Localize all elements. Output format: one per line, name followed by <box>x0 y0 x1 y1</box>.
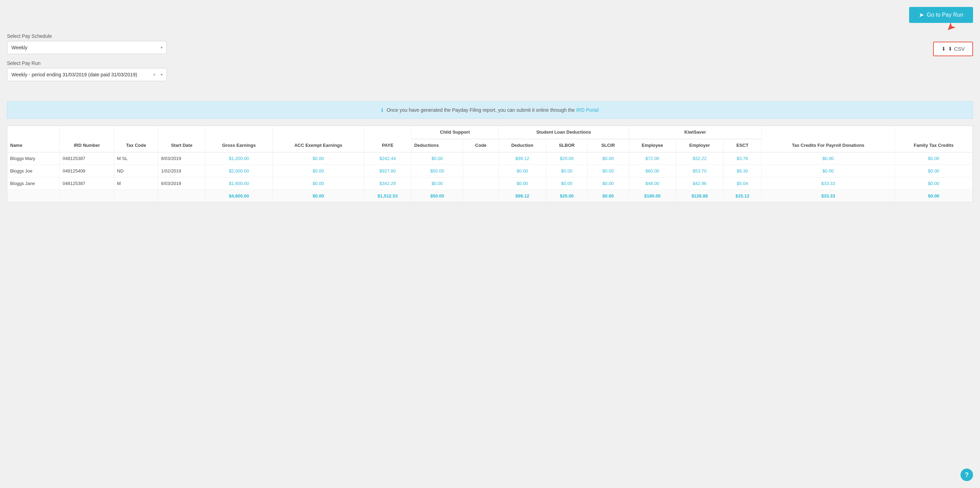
info-banner-text: Once you have generated the Payday Filin… <box>387 107 575 113</box>
totals-ks-emp: $180.00 <box>628 190 676 202</box>
cell-sl-ded-1: $0.00 <box>499 165 546 177</box>
cell-slbor-0: $20.00 <box>546 152 587 165</box>
cell-tc-0: $0.00 <box>762 152 895 165</box>
cell-gross-0: $1,200.00 <box>205 152 272 165</box>
help-button[interactable]: ? <box>961 469 973 481</box>
cell-ird-0: 048125387 <box>60 152 115 165</box>
col-ird-header: IRD Number <box>60 126 115 152</box>
cell-tax-1: ND <box>114 165 158 177</box>
cell-ks-emp-1: $60.00 <box>628 165 676 177</box>
cell-cs-ded-1: $50.00 <box>411 165 463 177</box>
table-row: Bloggs Joe 048125409 ND 1/02/2019 $2,000… <box>7 165 973 177</box>
totals-ird <box>60 190 115 202</box>
info-banner: ℹ Once you have generated the Payday Fil… <box>7 101 973 119</box>
cell-cs-code-2 <box>463 177 499 190</box>
table-row: Bloggs Mary 048125387 M SL 8/03/2019 $1,… <box>7 152 973 165</box>
cell-name-0: Bloggs Mary <box>7 152 60 165</box>
cell-esct-1: $6.30 <box>723 165 761 177</box>
cell-cs-code-1 <box>463 165 499 177</box>
col-cs-deductions-header: Deductions <box>411 139 463 152</box>
totals-esct: $15.12 <box>723 190 761 202</box>
totals-name <box>7 190 60 202</box>
arrow-right-icon: ➤ <box>919 11 924 19</box>
cell-tax-2: M <box>114 177 158 190</box>
pay-schedule-select[interactable]: Weekly <box>7 41 167 54</box>
clear-button[interactable]: × <box>153 72 156 78</box>
col-kiwisaver-header: KiwiSaver <box>628 126 761 139</box>
cell-ftc-0: $0.00 <box>895 152 973 165</box>
cell-paye-2: $342.29 <box>364 177 412 190</box>
cell-gross-2: $1,600.00 <box>205 177 272 190</box>
col-child-support-header: Child Support <box>411 126 498 139</box>
col-tax-header: Tax Code <box>114 126 158 152</box>
col-slbor-header: SLBOR <box>546 139 587 152</box>
cell-sl-ded-2: $0.00 <box>499 177 546 190</box>
col-name-header: Name <box>7 126 60 152</box>
go-to-payrun-button[interactable]: ➤ Go to Pay Run <box>909 7 973 23</box>
cell-sl-ded-0: $99.12 <box>499 152 546 165</box>
pay-schedule-label: Select Pay Schedule <box>7 33 973 39</box>
pay-run-label: Select Pay Run <box>7 60 973 66</box>
cell-cs-ded-2: $0.00 <box>411 177 463 190</box>
pay-schedule-group: Select Pay Schedule Weekly ▾ <box>7 33 973 54</box>
totals-slcir: $0.00 <box>587 190 628 202</box>
cell-slbor-1: $0.00 <box>546 165 587 177</box>
totals-paye: $1,512.53 <box>364 190 412 202</box>
cell-tax-0: M SL <box>114 152 158 165</box>
col-date-header: Start Date <box>158 126 205 152</box>
totals-tc: $33.33 <box>762 190 895 202</box>
data-table-container: Name IRD Number Tax Code Start Date Gros… <box>7 126 973 202</box>
csv-button-container: ➤ ⬇ ⬇ CSV <box>933 42 973 56</box>
cell-cs-ded-0: $0.00 <box>411 152 463 165</box>
totals-cs-code <box>463 190 499 202</box>
totals-date <box>158 190 205 202</box>
page-wrapper: ➤ Go to Pay Run Select Pay Schedule Week… <box>0 0 980 488</box>
payroll-table: Name IRD Number Tax Code Start Date Gros… <box>7 126 973 202</box>
totals-cs-ded: $50.00 <box>411 190 463 202</box>
col-student-loan-header: Student Loan Deductions <box>499 126 629 139</box>
col-acc-header: ACC Exempt Earnings <box>272 126 364 152</box>
ird-portal-link[interactable]: IRD Portal <box>576 107 599 113</box>
cell-esct-2: $5.04 <box>723 177 761 190</box>
totals-ks-er: $128.88 <box>676 190 723 202</box>
table-header-row-top: Name IRD Number Tax Code Start Date Gros… <box>7 126 973 139</box>
download-icon: ⬇ <box>942 46 946 52</box>
cell-cs-code-0 <box>463 152 499 165</box>
cell-ftc-1: $0.00 <box>895 165 973 177</box>
cell-ks-er-2: $42.96 <box>676 177 723 190</box>
csv-button[interactable]: ⬇ ⬇ CSV <box>933 42 973 56</box>
pay-schedule-select-wrapper: Weekly ▾ <box>7 41 167 54</box>
table-row: Bloggs Jane 048125387 M 6/03/2019 $1,600… <box>7 177 973 190</box>
right-section: ➤ ⬇ ⬇ CSV <box>933 42 973 56</box>
info-icon: ℹ <box>381 107 383 113</box>
cell-date-2: 6/03/2019 <box>158 177 205 190</box>
col-slcir-header: SLCIR <box>587 139 628 152</box>
cell-slcir-0: $0.00 <box>587 152 628 165</box>
csv-label: ⬇ CSV <box>948 46 965 52</box>
cell-ks-emp-2: $48.00 <box>628 177 676 190</box>
cell-tc-1: $0.00 <box>762 165 895 177</box>
cell-esct-0: $3.78 <box>723 152 761 165</box>
cell-ftc-2: $0.00 <box>895 177 973 190</box>
totals-gross: $4,800.00 <box>205 190 272 202</box>
top-bar: ➤ Go to Pay Run <box>7 7 973 23</box>
pay-run-group: Select Pay Run Weekly - period ending 31… <box>7 60 973 81</box>
col-tc-header: Tax Credits For Payroll Donations <box>762 126 895 152</box>
cell-acc-0: $0.00 <box>272 152 364 165</box>
cell-slcir-2: $0.00 <box>587 177 628 190</box>
cell-paye-1: $927.80 <box>364 165 412 177</box>
cell-ird-2: 048125387 <box>60 177 115 190</box>
cell-ird-1: 048125409 <box>60 165 115 177</box>
col-ftc-header: Family Tax Credits <box>895 126 973 152</box>
cell-slcir-1: $0.00 <box>587 165 628 177</box>
col-ks-employee-header: Employee <box>628 139 676 152</box>
form-section: Select Pay Schedule Weekly ▾ Select Pay … <box>7 30 973 94</box>
totals-sl-ded: $99.12 <box>499 190 546 202</box>
cell-gross-1: $2,000.00 <box>205 165 272 177</box>
cell-acc-2: $0.00 <box>272 177 364 190</box>
cell-tc-2: $33.33 <box>762 177 895 190</box>
col-cs-code-header: Code <box>463 139 499 152</box>
go-to-payrun-label: Go to Pay Run <box>927 12 963 18</box>
pay-run-select[interactable]: Weekly - period ending 31/03/2019 (date … <box>7 68 167 81</box>
col-esct-header: ESCT <box>723 139 761 152</box>
